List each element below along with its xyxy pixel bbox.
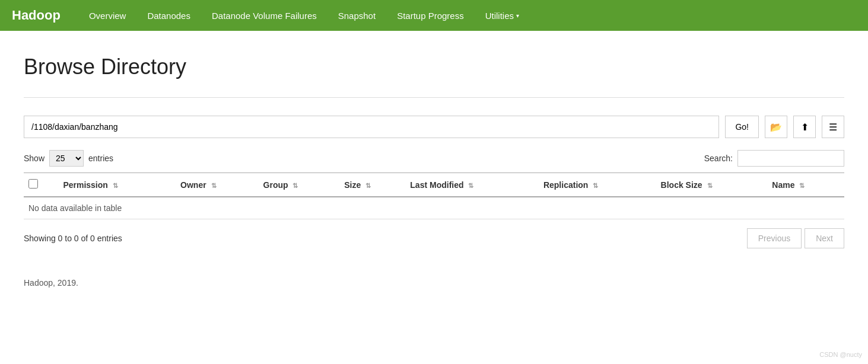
entries-select[interactable]: 10 25 50 100 [49,150,84,167]
nav-item-datanodes[interactable]: Datanodes [136,1,201,30]
previous-button[interactable]: Previous [747,228,802,248]
sort-replication-icon: ⇅ [593,182,598,189]
nav-item-overview[interactable]: Overview [78,1,137,30]
open-folder-button[interactable]: 📂 [765,116,787,138]
show-entries: Show 10 25 50 100 entries [24,150,113,167]
nav-item-datanode-volume-failures[interactable]: Datanode Volume Failures [201,1,328,30]
col-name[interactable]: Name ⇅ [767,173,844,197]
footer: Hadoop, 2019. [0,260,868,296]
main-content: Browse Directory Go! 📂 ⬆ ☰ Show 10 25 50… [0,31,868,260]
search-box: Search: [704,150,844,167]
folder-open-icon: 📂 [770,122,782,133]
col-size[interactable]: Size ⇅ [339,173,405,197]
table-body: No data available in table [24,197,844,219]
sort-size-icon: ⇅ [365,182,371,189]
sort-name-icon: ⇅ [799,182,805,189]
show-label: Show [24,154,44,163]
showing-text: Showing 0 to 0 of 0 entries [24,234,122,243]
sort-block-size-icon: ⇅ [707,182,713,189]
nav-dropdown-utilities: Utilities ▾ [485,11,519,21]
sort-owner-icon: ⇅ [211,182,217,189]
no-data-cell: No data available in table [24,197,844,219]
col-block-size[interactable]: Block Size ⇅ [656,173,768,197]
directory-table: Permission ⇅ Owner ⇅ Group ⇅ Size ⇅ Last… [24,173,844,219]
footer-text: Hadoop, 2019. [24,278,78,288]
table-header-row: Permission ⇅ Owner ⇅ Group ⇅ Size ⇅ Last… [24,173,844,197]
nav-item-snapshot[interactable]: Snapshot [328,1,386,30]
navbar-nav: Overview Datanodes Datanode Volume Failu… [78,1,530,30]
upload-button[interactable]: ⬆ [793,116,816,138]
chevron-down-icon: ▾ [516,12,519,19]
nav-item-utilities[interactable]: Utilities ▾ [475,1,530,30]
sort-last-modified-icon: ⇅ [468,182,473,189]
list-view-button[interactable]: ☰ [822,116,844,138]
page-title: Browse Directory [24,55,844,79]
pagination-row: Showing 0 to 0 of 0 entries Previous Nex… [24,225,844,248]
navbar-brand[interactable]: Hadoop [12,8,61,23]
sort-permission-icon: ⇅ [113,182,118,189]
path-row: Go! 📂 ⬆ ☰ [24,97,844,138]
navbar: Hadoop Overview Datanodes Datanode Volum… [0,0,868,31]
no-data-row: No data available in table [24,197,844,219]
search-input[interactable] [737,150,844,167]
checkbox-header [24,173,58,197]
upload-icon: ⬆ [801,122,809,133]
col-last-modified[interactable]: Last Modified ⇅ [405,173,539,197]
list-icon: ☰ [829,122,837,133]
controls-row: Show 10 25 50 100 entries Search: [24,150,844,167]
search-label: Search: [704,154,733,163]
select-all-checkbox[interactable] [28,179,38,189]
sort-group-icon: ⇅ [292,182,298,189]
path-input[interactable] [24,116,719,138]
col-replication[interactable]: Replication ⇅ [539,173,656,197]
pagination-buttons: Previous Next [747,228,844,248]
col-permission[interactable]: Permission ⇅ [58,173,176,197]
col-owner[interactable]: Owner ⇅ [176,173,259,197]
nav-item-startup-progress[interactable]: Startup Progress [386,1,475,30]
next-button[interactable]: Next [805,228,844,248]
entries-label: entries [88,154,113,163]
go-button[interactable]: Go! [725,116,759,138]
col-group[interactable]: Group ⇅ [259,173,340,197]
